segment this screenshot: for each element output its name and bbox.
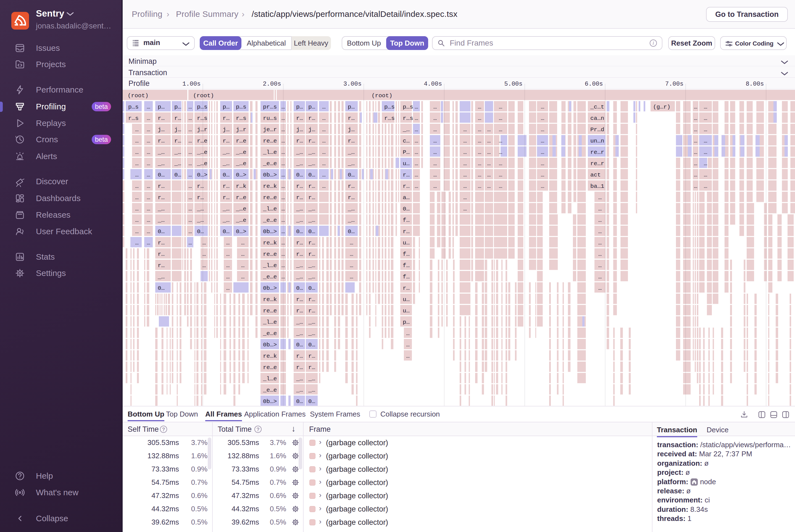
svg-text:…: … bbox=[415, 172, 418, 178]
svg-text:…: … bbox=[598, 217, 602, 224]
svg-text:…: … bbox=[487, 160, 491, 167]
svg-text:…: … bbox=[350, 240, 353, 246]
svg-text:…: … bbox=[147, 160, 150, 167]
svg-text:_…: _… bbox=[222, 160, 230, 167]
svg-text:je…r: je…r bbox=[263, 127, 277, 133]
svg-text:…: … bbox=[147, 127, 150, 133]
svg-text:…: … bbox=[226, 251, 230, 258]
svg-text:r…: r… bbox=[158, 183, 165, 189]
svg-text:_…e: _…e bbox=[235, 160, 246, 167]
svg-text:0b…>: 0b…> bbox=[263, 342, 277, 348]
svg-text:…: … bbox=[203, 251, 206, 258]
svg-text:…: … bbox=[704, 115, 707, 121]
svg-text:…: … bbox=[147, 228, 150, 235]
svg-text:…: … bbox=[415, 149, 418, 155]
svg-text:0…: 0… bbox=[296, 228, 303, 235]
svg-text:…: … bbox=[147, 138, 150, 144]
svg-text:…: … bbox=[282, 127, 285, 133]
svg-text:r…: r… bbox=[158, 138, 165, 144]
svg-text:…: … bbox=[463, 160, 467, 167]
svg-text:0…: 0… bbox=[296, 398, 303, 405]
svg-text:_c…t: _c…t bbox=[590, 104, 604, 110]
svg-text:0…: 0… bbox=[158, 172, 165, 178]
svg-text:…: … bbox=[463, 127, 467, 133]
svg-text:…: … bbox=[694, 183, 698, 189]
svg-text:…: … bbox=[704, 172, 707, 178]
svg-text:…: … bbox=[135, 127, 139, 133]
svg-text:r…: r… bbox=[308, 364, 315, 371]
svg-text:…: … bbox=[282, 194, 285, 201]
svg-text:j…: j… bbox=[296, 127, 303, 133]
svg-text:…: … bbox=[203, 240, 206, 246]
svg-text:r…: r… bbox=[223, 138, 230, 144]
svg-text:…: … bbox=[704, 160, 707, 167]
svg-text:…: … bbox=[282, 240, 285, 246]
svg-text:r…s: r…s bbox=[384, 115, 395, 121]
svg-text:act: act bbox=[590, 172, 601, 178]
svg-text:a…: a… bbox=[403, 194, 410, 201]
svg-text:…: … bbox=[541, 115, 545, 121]
svg-text:…: … bbox=[541, 138, 545, 144]
svg-text:…: … bbox=[415, 104, 418, 110]
svg-text:re…e: re…e bbox=[263, 194, 277, 201]
svg-text:Pr…d: Pr…d bbox=[590, 127, 604, 133]
svg-text:0b…>: 0b…> bbox=[263, 398, 277, 405]
svg-text:_…: _… bbox=[402, 127, 410, 133]
svg-text:_…: _… bbox=[308, 319, 315, 325]
svg-text:…: … bbox=[188, 240, 192, 246]
svg-text:r…: r… bbox=[308, 115, 315, 121]
svg-text:…: … bbox=[282, 228, 285, 235]
svg-text:p…: p… bbox=[403, 319, 410, 325]
svg-text:r…: r… bbox=[158, 194, 165, 201]
svg-text:re…k: re…k bbox=[263, 297, 277, 303]
svg-text:r…: r… bbox=[403, 183, 410, 189]
svg-text:…: … bbox=[478, 183, 481, 189]
svg-text:…: … bbox=[487, 127, 491, 133]
svg-text:_…: _… bbox=[308, 274, 315, 280]
svg-text:p…s: p…s bbox=[403, 104, 413, 110]
svg-text:8.00s: 8.00s bbox=[745, 81, 764, 88]
svg-text:_…: _… bbox=[222, 149, 230, 155]
svg-text:…: … bbox=[350, 251, 353, 258]
svg-text:r…: r… bbox=[348, 115, 355, 121]
svg-text:…: … bbox=[598, 206, 602, 212]
svg-text:…: … bbox=[135, 138, 139, 144]
svg-text:(root): (root) bbox=[193, 93, 214, 99]
svg-text:…: … bbox=[322, 160, 326, 167]
svg-text:pr…s: pr…s bbox=[263, 104, 277, 110]
svg-text:j…: j… bbox=[174, 127, 181, 133]
svg-text:f…: f… bbox=[403, 251, 410, 258]
svg-text:…: … bbox=[598, 274, 602, 280]
svg-text:…: … bbox=[226, 274, 230, 280]
svg-text:…: … bbox=[541, 160, 545, 167]
svg-text:r…: r… bbox=[197, 194, 204, 201]
svg-text:_…: _… bbox=[174, 149, 181, 155]
svg-text:_…: _… bbox=[308, 160, 315, 167]
svg-text:…: … bbox=[478, 160, 481, 167]
svg-text:…: … bbox=[694, 138, 698, 144]
svg-text:_…: _… bbox=[296, 217, 303, 224]
svg-text:u…: u… bbox=[403, 308, 410, 314]
svg-text:_…: _… bbox=[157, 206, 165, 212]
svg-text:…: … bbox=[598, 285, 602, 291]
svg-text:…: … bbox=[406, 342, 410, 348]
svg-text:_…e: _…e bbox=[235, 149, 246, 155]
svg-text:…: … bbox=[598, 194, 602, 201]
svg-text:…: … bbox=[203, 262, 206, 269]
svg-text:r…: r… bbox=[308, 138, 315, 144]
svg-text:…: … bbox=[541, 183, 545, 189]
svg-text:…: … bbox=[188, 194, 192, 201]
svg-text:…: … bbox=[282, 138, 285, 144]
svg-text:…: … bbox=[415, 138, 418, 144]
svg-text:…: … bbox=[433, 127, 437, 133]
svg-text:6.00s: 6.00s bbox=[585, 81, 603, 88]
svg-text:…: … bbox=[188, 206, 192, 212]
svg-text:…: … bbox=[478, 104, 481, 110]
svg-text:…: … bbox=[350, 274, 353, 280]
svg-text:r…: r… bbox=[308, 251, 315, 258]
svg-text:0…: 0… bbox=[308, 285, 315, 291]
svg-text:_l…e: _l…e bbox=[263, 319, 277, 325]
svg-text:…: … bbox=[463, 194, 467, 201]
svg-text:_…: _… bbox=[296, 319, 303, 325]
svg-text:u…: u… bbox=[403, 160, 410, 167]
